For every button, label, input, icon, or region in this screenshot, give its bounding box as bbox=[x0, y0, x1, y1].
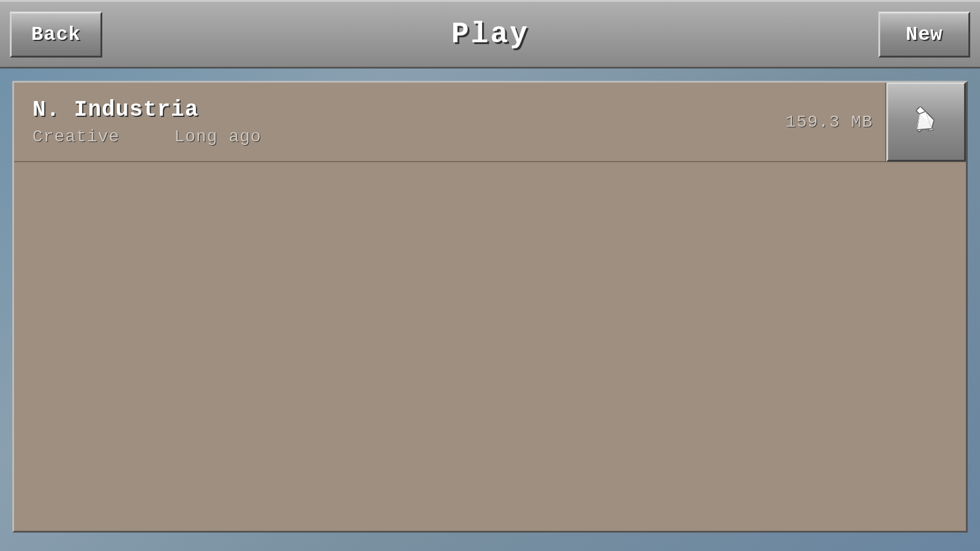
world-name: N. Industria bbox=[32, 97, 767, 122]
world-gamemode: Creative bbox=[32, 127, 119, 146]
header-bar: Back Play New bbox=[0, 0, 980, 69]
edit-world-button[interactable] bbox=[886, 82, 966, 162]
world-list-container: N. Industria Creative Long ago 159.3 MB bbox=[12, 81, 968, 533]
new-button[interactable]: New bbox=[878, 12, 970, 58]
world-meta: Creative Long ago bbox=[32, 127, 767, 146]
pencil-icon bbox=[911, 107, 941, 137]
world-last-played: Long ago bbox=[174, 127, 261, 146]
back-button[interactable]: Back bbox=[10, 12, 102, 58]
world-list-item[interactable]: N. Industria Creative Long ago 159.3 MB bbox=[14, 83, 966, 162]
page-title: Play bbox=[451, 18, 529, 51]
world-size: 159.3 MB bbox=[786, 113, 885, 132]
world-info: N. Industria Creative Long ago bbox=[14, 85, 786, 159]
